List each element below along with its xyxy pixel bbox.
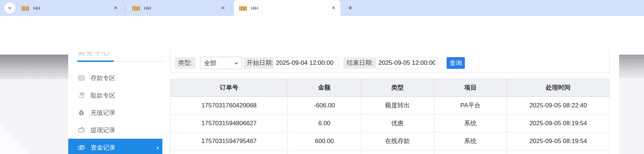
money-bag-icon: ¥ <box>78 109 85 116</box>
column-header: 项目 <box>434 79 507 96</box>
type-cell: 在线存款 <box>361 133 434 150</box>
type-select[interactable]: 全部 <box>200 57 242 69</box>
chevron-down-icon <box>7 5 12 11</box>
site-favicon-icon <box>132 5 140 11</box>
project-cell: 系统 <box>434 133 507 150</box>
query-button[interactable]: 查询 <box>447 57 465 69</box>
table-row: 1757031594795467 600.00 在线存款 系统 2025-09-… <box>170 133 609 150</box>
column-header: 金额 <box>288 79 361 96</box>
table-row: 1757031594806627 6.00 优惠 系统 2025-09-05 0… <box>170 115 609 133</box>
sidebar-item-deposit-zone[interactable]: 存款专区 <box>68 69 162 87</box>
table-header-row: 订单号 金额 类型 项目 处理时间 <box>170 79 609 97</box>
project-cell: 系统 <box>434 115 507 132</box>
sidebar-item-fund-records[interactable]: 资金记录 › <box>68 139 162 154</box>
type-select-value: 全部 <box>204 59 234 67</box>
sidebar-item-withdraw-zone[interactable]: 取款专区 <box>68 87 162 104</box>
bookmarks-bar: 淘 爱淘宝 百度一下 <box>0 34 644 48</box>
withdraw-hand-icon <box>78 92 85 99</box>
type-cell: 额度转出 <box>361 97 434 114</box>
tab-close-icon[interactable]: × <box>220 5 226 11</box>
page-left-margin <box>0 48 68 154</box>
site-favicon-icon <box>239 5 247 11</box>
browser-window: HH × HH × HH × + <box>0 0 644 154</box>
order-no-cell: 1757031594806627 <box>170 115 288 132</box>
tab-title: HH <box>251 5 330 11</box>
end-date-input[interactable] <box>376 57 438 69</box>
background-image-band <box>619 55 644 79</box>
site-favicon-icon <box>22 5 29 11</box>
sidebar-item-withdrawal-records[interactable]: 提现记录 <box>68 121 162 139</box>
table-row-partial <box>170 150 609 154</box>
page-right-margin <box>619 48 644 154</box>
page-content: 财务中心 存款专区 取款专区 <box>0 48 644 154</box>
sidebar-item-recharge-records[interactable]: ¥ 充值记录 <box>68 104 162 121</box>
amount-cell: 6.00 <box>288 115 361 132</box>
wallet-icon <box>78 126 85 134</box>
table-row: 1757031760420068 -606.00 额度转出 PA平台 2025-… <box>170 97 609 115</box>
order-no-cell: 1757031594795467 <box>170 133 288 150</box>
type-cell: 优惠 <box>361 115 434 132</box>
deposit-card-icon <box>78 74 85 82</box>
order-no-cell: 1757031760420068 <box>170 97 288 114</box>
start-date-label: 开始日期: <box>243 57 277 69</box>
svg-text:¥: ¥ <box>81 111 82 115</box>
tab-1[interactable]: HH × <box>16 0 123 16</box>
type-filter-label: 类型: <box>175 57 196 69</box>
chevron-right-icon: › <box>157 144 159 151</box>
section-title: 财务中心 <box>78 52 126 56</box>
end-date-label: 结束日期: <box>343 57 377 69</box>
records-table: 订单号 金额 类型 项目 处理时间 1757031760420068 -606.… <box>170 79 610 154</box>
start-date-input[interactable] <box>273 57 339 69</box>
banknotes-icon <box>78 144 85 151</box>
time-cell: 2025-09-05 08:19:54 <box>507 115 609 132</box>
new-tab-button[interactable]: + <box>345 3 355 13</box>
time-cell: 2025-09-05 08:22:40 <box>507 97 609 114</box>
tab-title: HH <box>144 5 220 11</box>
column-header: 订单号 <box>170 79 288 96</box>
tab-2[interactable]: HH × <box>127 0 230 16</box>
amount-cell: 600.00 <box>288 133 361 150</box>
tab-separator <box>125 5 125 11</box>
tab-separator <box>231 5 231 11</box>
column-header: 类型 <box>361 79 434 96</box>
active-tab-underline <box>77 60 114 62</box>
tab-close-icon[interactable]: × <box>330 5 337 11</box>
project-cell: PA平台 <box>434 97 507 114</box>
background-image-band <box>0 55 68 79</box>
column-header: 处理时间 <box>507 79 609 96</box>
tab-3-active[interactable]: HH × <box>234 0 340 16</box>
amount-cell: -606.00 <box>288 97 361 114</box>
tab-strip: HH × HH × HH × + <box>0 0 644 16</box>
tab-close-icon[interactable]: × <box>112 5 119 11</box>
tab-title: HH <box>33 5 112 11</box>
tab-list-chevron-button[interactable] <box>4 3 15 13</box>
select-chevron-down-icon <box>234 61 239 66</box>
page-background <box>619 79 644 154</box>
time-cell: 2025-09-05 08:19:54 <box>507 133 609 150</box>
browser-toolbar: yl675.com/hhcp/usercenter.html?iniType=6 <box>0 16 644 34</box>
